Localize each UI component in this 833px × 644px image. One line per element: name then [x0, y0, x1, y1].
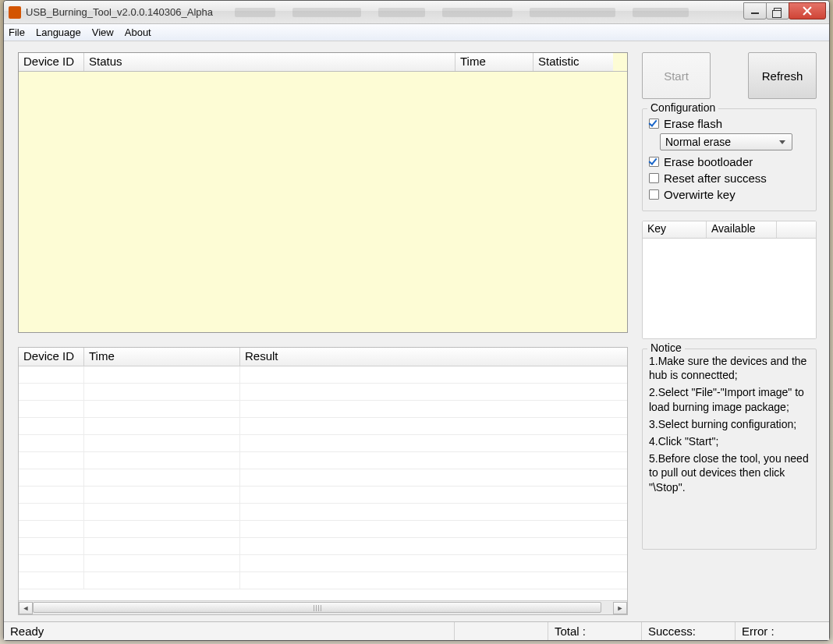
col-device-id[interactable]: Device ID [19, 348, 84, 366]
col-key[interactable]: Key [643, 221, 707, 238]
col-available[interactable]: Available [707, 221, 777, 238]
horizontal-scrollbar[interactable]: ◄ ► [19, 600, 627, 614]
notice-line-3: 3.Select burning configuration; [649, 417, 810, 431]
notice-legend: Notice [647, 341, 685, 354]
table-row[interactable] [19, 366, 627, 384]
configuration-group: Configuration Erase flash Normal erase E… [642, 108, 817, 211]
erase-flash-checkbox[interactable] [649, 119, 659, 129]
scroll-left-icon[interactable]: ◄ [19, 602, 33, 614]
table-row[interactable] [19, 521, 627, 538]
result-grid[interactable]: Device ID Time Result [18, 347, 628, 615]
erase-bootloader-checkbox[interactable] [649, 157, 659, 167]
table-row[interactable] [19, 469, 627, 487]
side-panel: Start Refresh Configuration Erase flash … [642, 52, 817, 550]
minimize-button[interactable] [743, 2, 767, 19]
col-statistic[interactable]: Statistic [533, 53, 613, 71]
status-ready: Ready [4, 622, 455, 640]
col-result[interactable]: Result [240, 348, 627, 366]
table-row[interactable] [19, 452, 627, 469]
device-status-header: Device ID Status Time Statistic [19, 53, 627, 72]
key-table-header: Key Available [643, 221, 816, 239]
menu-file[interactable]: File [9, 27, 25, 38]
maximize-icon [774, 8, 782, 14]
configuration-legend: Configuration [647, 101, 718, 114]
background-tabs [235, 8, 744, 17]
col-time[interactable]: Time [455, 53, 533, 71]
menu-language[interactable]: Language [36, 27, 81, 38]
reset-after-success-label: Reset after success [664, 172, 767, 185]
left-pane: Device ID Status Time Statistic Device I… [18, 52, 628, 615]
table-row[interactable] [19, 384, 627, 401]
status-error: Error : [736, 622, 829, 640]
close-icon [803, 6, 812, 16]
menu-view[interactable]: View [92, 27, 114, 38]
col-blank[interactable] [777, 221, 816, 238]
table-row[interactable] [19, 504, 627, 521]
overwrite-key-checkbox[interactable] [649, 189, 659, 200]
statusbar: Ready Total : Success: Error : [4, 621, 829, 640]
col-status[interactable]: Status [84, 53, 455, 71]
col-device-id[interactable]: Device ID [19, 53, 84, 71]
reset-after-success-checkbox[interactable] [649, 173, 659, 183]
overwrite-key-label: Overwirte key [664, 188, 736, 201]
menubar: File Language View About [4, 24, 829, 41]
app-icon [9, 6, 21, 19]
erase-flash-label: Erase flash [664, 117, 722, 130]
client-area: Device ID Status Time Statistic Device I… [4, 41, 829, 621]
notice-line-5: 5.Before close the tool, you need to pul… [649, 451, 810, 494]
minimize-icon [751, 12, 759, 14]
titlebar[interactable]: USB_Burning_Tool_v2.0.0.140306_Alpha [4, 1, 829, 24]
header-filler [613, 53, 627, 71]
status-total: Total : [548, 622, 642, 640]
refresh-button[interactable]: Refresh [748, 52, 817, 99]
notice-line-2: 2.Select "File"-"Import image" to load b… [649, 385, 810, 413]
erase-mode-combo[interactable]: Normal erase [660, 133, 792, 150]
table-row[interactable] [19, 418, 627, 435]
notice-line-4: 4.Click "Start"; [649, 434, 810, 448]
erase-mode-value: Normal erase [665, 136, 731, 148]
erase-bootloader-label: Erase bootloader [664, 155, 753, 168]
start-button[interactable]: Start [642, 52, 711, 99]
notice-group: Notice 1.Make sure the devices and the h… [642, 349, 817, 550]
status-blank [455, 622, 548, 640]
table-row[interactable] [19, 435, 627, 452]
result-header: Device ID Time Result [19, 348, 627, 366]
maximize-button[interactable] [766, 2, 789, 19]
table-row[interactable] [19, 555, 627, 572]
key-table-body[interactable] [643, 239, 816, 338]
table-row[interactable] [19, 487, 627, 504]
close-button[interactable] [789, 2, 826, 19]
result-rows [19, 366, 627, 600]
table-row[interactable] [19, 572, 627, 589]
table-row[interactable] [19, 538, 627, 555]
status-success: Success: [642, 622, 736, 640]
scroll-track[interactable] [33, 602, 613, 614]
key-table-group: Key Available [642, 221, 817, 339]
window-title: USB_Burning_Tool_v2.0.0.140306_Alpha [26, 6, 213, 18]
device-status-grid[interactable]: Device ID Status Time Statistic [18, 52, 628, 333]
col-time[interactable]: Time [84, 348, 240, 366]
menu-about[interactable]: About [125, 27, 151, 38]
scroll-thumb[interactable] [33, 602, 601, 613]
scroll-right-icon[interactable]: ► [613, 602, 627, 614]
table-row[interactable] [19, 401, 627, 418]
notice-line-1: 1.Make sure the devices and the hub is c… [649, 354, 810, 382]
app-window: USB_Burning_Tool_v2.0.0.140306_Alpha Fil… [3, 0, 830, 641]
